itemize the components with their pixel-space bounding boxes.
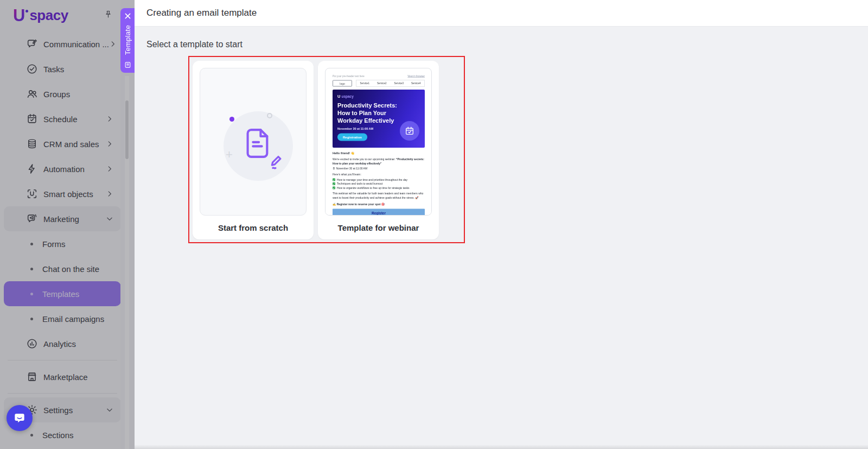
registration-button: Registration	[337, 133, 367, 141]
decor-ring	[267, 113, 272, 118]
annotation-rectangle: + Start from scratch Put your pre-header…	[188, 56, 465, 243]
email-outro: This webinar will be valuable for both t…	[333, 192, 425, 200]
email-banner: U uspacy Productivity Secrets: How to Pl…	[333, 90, 425, 148]
card-start-from-scratch[interactable]: + Start from scratch	[193, 61, 314, 239]
card-title: Start from scratch	[200, 216, 307, 239]
bullet-item: How to organize workflows to free up tim…	[333, 186, 425, 189]
card-title: Template for webinar	[325, 216, 432, 239]
email-logo-placeholder: logo	[333, 80, 352, 87]
email-learn-heading: Here's what you'll learn:	[333, 173, 425, 176]
email-nav: logo Service1 Service2 Service3 Service4	[333, 80, 425, 87]
check-emoji	[333, 182, 335, 185]
email-body: Hello friend! 👋 We're excited to invite …	[333, 151, 425, 216]
close-icon[interactable]	[125, 13, 131, 19]
nav-link: Service2	[377, 82, 387, 85]
decor-dot	[229, 117, 234, 122]
email-nav-links: Service1 Service2 Service3 Service4	[356, 80, 425, 87]
email-greeting: Hello friend! 👋	[333, 151, 425, 155]
register-button: Register	[333, 209, 425, 216]
bullet-item: Techniques and tools to avoid burnout	[333, 182, 425, 186]
check-emoji	[333, 187, 335, 189]
blank-template-preview: +	[200, 68, 307, 216]
email-template-panel: Template Creating an email template Sele…	[135, 0, 868, 449]
email-bullet-list: How to manage your time and priorities t…	[333, 178, 425, 189]
banner-title: Productivity Secrets: How to Plan Your W…	[337, 102, 405, 124]
section-title: Select a template to start	[146, 40, 242, 49]
webinar-template-preview: Put your pre-header text here View in br…	[325, 68, 432, 216]
email-meta-row: Put your pre-header text here View in br…	[333, 75, 425, 78]
email-date-line: 🗓 November 30 at 11:00 AM	[333, 167, 425, 170]
page-title: Creating an email template	[146, 8, 257, 18]
nav-link: Service3	[394, 82, 404, 85]
email-preview: Put your pre-header text here View in br…	[326, 75, 432, 216]
banner-brand-monogram: U	[337, 94, 340, 99]
nav-link: Service4	[411, 82, 421, 85]
banner-brand: U uspacy	[337, 94, 420, 99]
chat-bubble-icon	[12, 411, 27, 425]
banner-brand-wordmark: uspacy	[341, 94, 353, 99]
panel-header: Creating an email template	[135, 0, 868, 27]
intro-text: We're excited to invite you to our upcom…	[333, 158, 396, 161]
email-intro: We're excited to invite you to our upcom…	[333, 157, 425, 166]
view-in-browser-link: View in browser	[407, 75, 425, 78]
bullet-item: How to manage your time and priorities t…	[333, 178, 425, 181]
card-template-for-webinar[interactable]: Put your pre-header text here View in br…	[318, 61, 439, 239]
template-slide-tab[interactable]: Template	[120, 8, 135, 73]
check-emoji	[333, 179, 335, 181]
decor-plus: +	[226, 149, 233, 161]
template-icon	[124, 61, 131, 68]
dim-overlay	[0, 0, 135, 449]
pen-icon	[261, 149, 284, 174]
preheader-text: Put your pre-header text here	[333, 75, 365, 78]
chat-launcher-button[interactable]	[7, 405, 33, 431]
nav-link: Service1	[360, 82, 369, 85]
calendar-badge-icon	[400, 121, 419, 141]
slide-tab-label: Template	[124, 25, 132, 55]
email-cta-line: ✍️ Register now to reserve your spot 🎯	[333, 203, 425, 206]
